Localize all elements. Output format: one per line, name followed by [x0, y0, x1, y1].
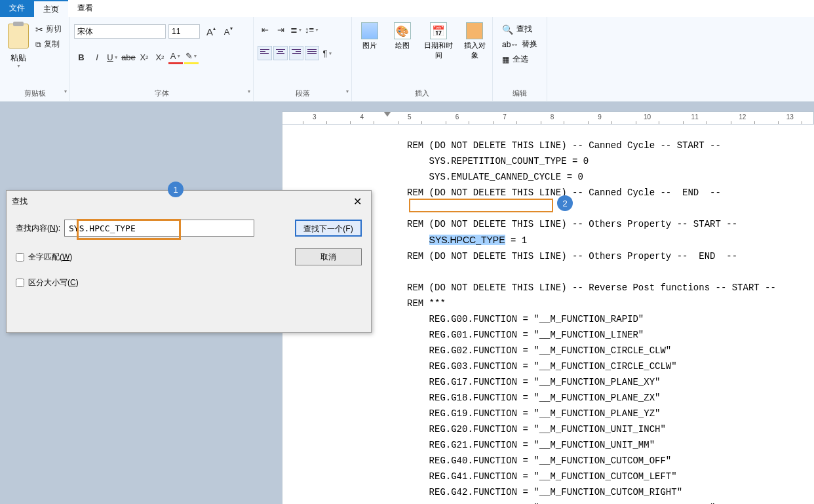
insert-group-label: 插入	[356, 87, 488, 100]
bold-button[interactable]: B	[74, 50, 88, 64]
find-dialog: 1 查找 ✕ 查找内容(N): 查找下一个(F) 全字匹配(W) 取消 区分大小…	[6, 190, 372, 333]
annotation-badge-2: 2	[557, 195, 573, 211]
find-content-label: 查找内容(N):	[16, 223, 60, 234]
align-right-button[interactable]	[289, 46, 303, 60]
copy-icon: ⧉	[35, 40, 41, 49]
group-insert: 图片 绘图 日期和时间 插入对象 插入	[352, 17, 493, 101]
ruler[interactable]: 345678910111213	[282, 111, 814, 125]
tab-file[interactable]: 文件	[0, 0, 34, 17]
insert-datetime-button[interactable]: 日期和时间	[421, 22, 455, 60]
find-dialog-title: 查找	[12, 196, 28, 207]
clipboard-group-label: 剪贴板	[4, 87, 66, 100]
underline-button[interactable]: U▼	[106, 50, 120, 64]
ruler-indent-marker[interactable]	[384, 112, 391, 117]
cancel-button[interactable]: 取消	[295, 248, 362, 265]
tab-view[interactable]: 查看	[68, 0, 102, 17]
group-font: A▴ A▾ B I U▼ abe X2 X2 A▼ ✎▼ 字体	[70, 17, 254, 101]
font-color-button[interactable]: A▼	[168, 50, 183, 64]
paragraph-group-label: 段落	[258, 87, 347, 100]
binoculars-icon: 🔍	[502, 24, 513, 35]
ribbon: 粘贴 ▼ ✂剪切 ⧉复制 剪贴板 A▴ A▾ B I U▼ abe X2	[0, 17, 814, 102]
insert-paint-button[interactable]: 绘图	[389, 22, 416, 60]
object-icon	[466, 22, 483, 39]
scissors-icon: ✂	[35, 24, 43, 35]
annotation-badge-1: 1	[168, 182, 184, 197]
italic-button[interactable]: I	[90, 50, 104, 64]
paint-icon	[394, 22, 411, 39]
calendar-icon	[430, 22, 447, 39]
superscript-button[interactable]: X2	[153, 50, 167, 64]
whole-word-checkbox[interactable]: 全字匹配(W)	[16, 252, 72, 263]
insert-object-button[interactable]: 插入对象	[461, 22, 488, 60]
indent-button[interactable]: ⇥	[273, 22, 288, 37]
select-all-icon: ▦	[502, 55, 509, 64]
find-next-button[interactable]: 查找下一个(F)	[295, 220, 362, 237]
find-button[interactable]: 🔍查找	[502, 24, 537, 35]
shrink-font-button[interactable]: A▾	[220, 24, 234, 39]
line-spacing-button[interactable]: ↕≡▼	[305, 22, 319, 37]
font-group-label: 字体	[74, 87, 249, 100]
replace-button[interactable]: ab↔替换	[502, 39, 537, 50]
paste-icon	[8, 24, 29, 48]
tab-home[interactable]: 主页	[34, 0, 68, 17]
bullets-button[interactable]: ≣▼	[289, 22, 303, 37]
select-all-button[interactable]: ▦全选	[502, 54, 537, 65]
tab-bar: 文件 主页 查看	[0, 0, 814, 17]
grow-font-button[interactable]: A▴	[203, 24, 217, 39]
cut-button[interactable]: ✂剪切	[35, 24, 62, 35]
document-area: 345678910111213 REM (DO NOT DELETE THIS …	[0, 102, 814, 504]
paste-label: 粘贴	[10, 52, 26, 64]
insert-picture-button[interactable]: 图片	[356, 22, 383, 60]
subscript-button[interactable]: X2	[137, 50, 151, 64]
align-left-button[interactable]	[258, 46, 272, 60]
paste-button[interactable]: 粘贴 ▼	[4, 18, 33, 68]
edit-group-label: 编辑	[497, 87, 543, 100]
close-button[interactable]: ✕	[349, 195, 366, 208]
group-edit: 🔍查找 ab↔替换 ▦全选 编辑	[493, 17, 547, 101]
font-name-select[interactable]	[74, 24, 166, 39]
replace-icon: ab↔	[502, 40, 518, 49]
outdent-button[interactable]: ⇤	[258, 22, 272, 37]
group-clipboard: 粘贴 ▼ ✂剪切 ⧉复制 剪贴板	[0, 17, 70, 101]
paragraph-more-button[interactable]: ¶▼	[320, 46, 335, 60]
align-center-button[interactable]	[273, 46, 288, 60]
group-paragraph: ⇤ ⇥ ≣▼ ↕≡▼ ¶▼ 段落	[254, 17, 352, 101]
find-input[interactable]	[64, 220, 254, 237]
copy-button[interactable]: ⧉复制	[35, 39, 62, 50]
match-case-checkbox[interactable]: 区分大小写(C)	[16, 277, 362, 288]
font-size-select[interactable]	[168, 24, 200, 39]
strike-button[interactable]: abe	[121, 50, 136, 64]
highlight-button[interactable]: ✎▼	[184, 50, 199, 64]
picture-icon	[361, 22, 378, 39]
align-justify-button[interactable]	[305, 46, 319, 60]
